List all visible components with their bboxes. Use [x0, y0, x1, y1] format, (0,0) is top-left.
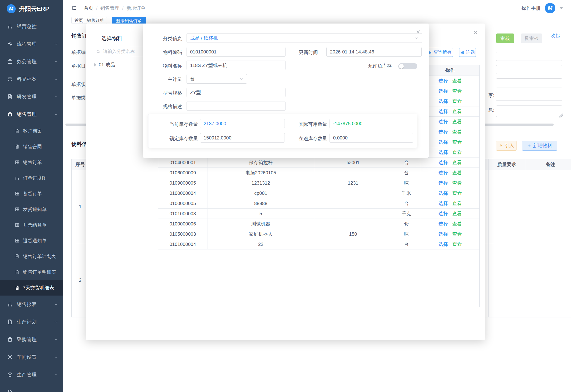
view-link[interactable]: 查看	[452, 241, 462, 248]
view-link[interactable]: 查看	[452, 159, 462, 166]
model-spec-input[interactable]	[187, 88, 286, 97]
select-link[interactable]: 选择	[438, 241, 448, 248]
sidebar-item-7day-delivery-table[interactable]: 7天交货明细表	[0, 280, 63, 295]
cell-code: 0101000004	[158, 239, 208, 249]
negative-stock-toggle[interactable]	[398, 63, 417, 69]
current-stock-input[interactable]	[200, 119, 285, 128]
view-link[interactable]: 查看	[452, 88, 462, 94]
right-field-2[interactable]	[496, 65, 562, 74]
select-link[interactable]: 选择	[438, 200, 448, 207]
sidebar-item-return-notice[interactable]: 退货通知单	[0, 233, 63, 249]
sidebar-item-rd-mgmt[interactable]: 研发管理	[0, 88, 63, 105]
available-qty-input[interactable]	[330, 119, 413, 128]
tree-node-finished-goods[interactable]: 01-成品	[94, 62, 115, 68]
sidebar-item-production-mgmt[interactable]: 生产管理	[0, 366, 63, 383]
document-icon	[15, 285, 19, 290]
sidebar-item-order-detail-table[interactable]: 销售订单明细表	[0, 264, 63, 280]
chevron-down-icon	[239, 77, 243, 81]
breadcrumb-sales-mgmt[interactable]: 销售管理	[100, 5, 120, 11]
category-select[interactable]: 成品 / 纸杯机	[187, 33, 422, 43]
select-link[interactable]: 选择	[438, 210, 448, 217]
remark-textarea[interactable]	[496, 105, 562, 117]
view-link[interactable]: 查看	[452, 149, 462, 156]
breadcrumb-new-order: 新增订单	[126, 5, 145, 11]
right-field-4[interactable]	[496, 92, 562, 101]
table-gridline	[525, 159, 525, 317]
sidebar-item-sales-order[interactable]: 销售订单	[0, 154, 63, 170]
select-link[interactable]: 选择	[438, 119, 448, 125]
select-link[interactable]: 选择	[438, 129, 448, 135]
manual-link[interactable]: 操作手册	[522, 5, 541, 11]
select-link[interactable]: 选择	[438, 149, 448, 156]
sidebar-item-business-overview[interactable]: 经营总控	[0, 18, 63, 35]
menu-fold-icon[interactable]	[71, 5, 77, 11]
select-link[interactable]: 选择	[438, 190, 448, 196]
sidebar-item-sales-mgmt[interactable]: 销售管理	[0, 105, 63, 123]
close-icon[interactable]	[473, 30, 479, 35]
sidebar-item-sales-report[interactable]: 销售报表	[0, 295, 63, 313]
sidebar-item-invoice-settlement[interactable]: 开票结算单	[0, 217, 63, 233]
sidebar-item-customer-archive[interactable]: 客户档案	[0, 123, 63, 139]
transit-stock-input[interactable]	[330, 133, 413, 142]
document-icon	[7, 94, 13, 99]
sidebar-item-order-plan-table[interactable]: 销售订单计划表	[0, 249, 63, 264]
cell-code: 0105000003	[158, 229, 208, 239]
sidebar-item-purchase-mgmt[interactable]: 采购管理	[0, 331, 63, 348]
material-name-input[interactable]	[187, 61, 286, 70]
sidebar-item-sales-contract[interactable]: 销售合同	[0, 139, 63, 154]
select-link[interactable]: 选择	[438, 139, 448, 145]
view-link[interactable]: 查看	[452, 231, 462, 237]
sidebar-item-workshop-settings[interactable]: 车间设置	[0, 348, 63, 366]
select-link[interactable]: 选择	[438, 221, 448, 227]
updated-time-label: 更新时间	[288, 49, 318, 56]
view-link[interactable]: 查看	[452, 108, 462, 115]
resize-handle-icon[interactable]	[559, 113, 563, 118]
view-link[interactable]: 查看	[452, 210, 462, 217]
select-link[interactable]: 选择	[438, 88, 448, 94]
view-link[interactable]: 查看	[452, 180, 462, 186]
sidebar-item-production-plan[interactable]: 生产计划	[0, 313, 63, 331]
view-link[interactable]: 查看	[452, 170, 462, 176]
tree-expand-icon[interactable]	[94, 63, 96, 67]
select-link[interactable]: 选择	[438, 98, 448, 105]
view-link[interactable]: 查看	[452, 139, 462, 145]
select-link[interactable]: 选择	[438, 78, 448, 84]
unit-select[interactable]: 台	[187, 74, 247, 84]
locked-stock-input[interactable]	[200, 133, 285, 142]
sidebar-item-material-archive[interactable]: 料品档案	[0, 70, 63, 88]
view-link[interactable]: 查看	[452, 98, 462, 105]
multi-select-button[interactable]: 连选	[459, 48, 476, 57]
right-field-1[interactable]	[496, 52, 562, 61]
right-field-3[interactable]	[496, 78, 562, 87]
sidebar-item-partial[interactable]	[0, 383, 63, 392]
breadcrumb-home[interactable]: 首页	[84, 5, 93, 11]
view-link[interactable]: 查看	[452, 190, 462, 196]
view-link[interactable]: 查看	[452, 119, 462, 125]
collapse-link[interactable]: 收起	[551, 33, 560, 39]
sidebar-item-delivery-notice[interactable]: 发货通知单	[0, 201, 63, 217]
sidebar-item-stock-order[interactable]: 备货订单	[0, 186, 63, 201]
import-button[interactable]: 引入	[496, 141, 516, 151]
tab-sales-order[interactable]: 销售订单	[84, 17, 107, 24]
updated-time-input[interactable]	[326, 47, 421, 56]
select-link[interactable]: 选择	[438, 159, 448, 166]
view-link[interactable]: 查看	[452, 221, 462, 227]
add-material-button[interactable]: 新增物料	[522, 141, 557, 151]
query-all-button[interactable]: 查询所有	[426, 48, 453, 57]
view-link[interactable]: 查看	[452, 129, 462, 135]
avatar[interactable]: M	[545, 3, 555, 13]
material-code-input[interactable]	[187, 47, 286, 56]
sidebar-item-order-progress[interactable]: 订单进度图	[0, 170, 63, 186]
view-link[interactable]: 查看	[452, 200, 462, 207]
sidebar-item-office-mgmt[interactable]: 办公管理	[0, 53, 63, 70]
view-link[interactable]: 查看	[452, 78, 462, 84]
select-link[interactable]: 选择	[438, 231, 448, 237]
spec-desc-input[interactable]	[187, 101, 286, 111]
select-link[interactable]: 选择	[438, 180, 448, 186]
select-link[interactable]: 选择	[438, 170, 448, 176]
caret-down-icon[interactable]	[560, 7, 563, 9]
audit-button[interactable]: 审核	[496, 33, 514, 43]
select-link[interactable]: 选择	[438, 108, 448, 115]
sidebar-item-process-mgmt[interactable]: 流程管理	[0, 35, 63, 53]
unaudit-button[interactable]: 反审核	[521, 33, 542, 43]
